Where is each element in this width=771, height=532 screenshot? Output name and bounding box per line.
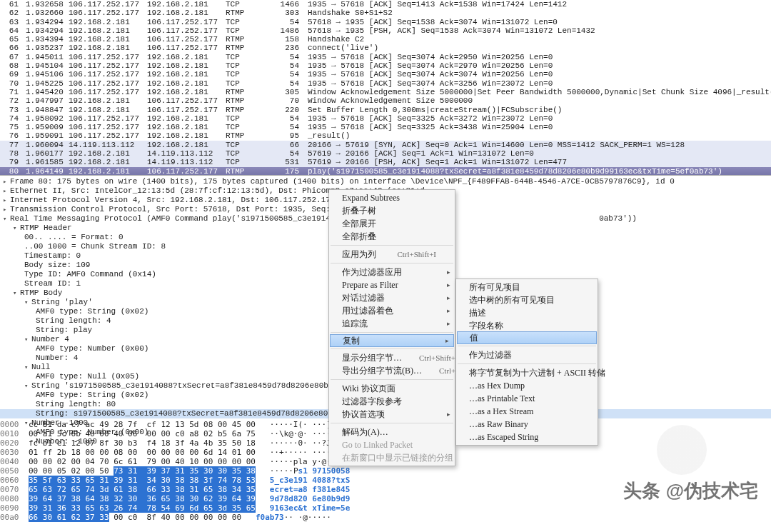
mi-copy-bytes-hex-ascii[interactable]: 将字节复制为十六进制 + ASCII 转储 [456, 366, 598, 379]
packet-row[interactable]: 661.935237192.168.2.181106.117.252.177RT… [0, 44, 771, 52]
packet-row[interactable]: 701.945225106.117.252.177192.168.2.181TC… [0, 79, 771, 88]
hex-row[interactable]: 008039 64 37 38 64 38 32 30 36 65 38 30 … [0, 494, 771, 503]
mi-copy-value[interactable]: 值 [457, 331, 597, 344]
context-menu-copy[interactable]: 所有可见项目 选中树的所有可见项目 描述 字段名称 值 作为过滤器 将字节复制为… [455, 278, 598, 446]
packet-row[interactable]: 721.947997192.168.2.181106.117.252.177RT… [0, 96, 771, 105]
mi-copy-description[interactable]: 描述 [456, 306, 598, 319]
mi-expand-all[interactable]: 全部展开 [329, 217, 455, 230]
packet-row[interactable]: 801.964149192.168.2.181106.117.252.177RT… [0, 167, 771, 175]
menu-separator [331, 263, 453, 264]
mi-colorize-with-filter[interactable]: 用过滤器着色 [329, 304, 455, 317]
packet-row[interactable]: 651.934394192.168.2.181106.117.252.177RT… [0, 35, 771, 44]
amf-type-number[interactable]: AMF0 type: Number (0x00) [36, 344, 148, 353]
null-node[interactable]: Null [31, 363, 50, 371]
hex-row[interactable]: 006035 5f 63 33 65 31 39 31 34 30 38 38 … [0, 476, 771, 485]
mi-wiki-protocol[interactable]: Wiki 协议页面 [329, 382, 455, 395]
mi-prepare-as-filter[interactable]: Prepare as Filter [329, 278, 455, 291]
packet-list[interactable]: 611.932658106.117.252.177192.168.2.181TC… [0, 0, 771, 175]
mi-show-linked-new: 在新窗口中显示已链接的分组 [329, 451, 455, 464]
packet-row[interactable]: 681.945104106.117.252.177192.168.2.181TC… [0, 61, 771, 70]
packet-row[interactable]: 641.934294192.168.2.181106.117.252.177TC… [0, 26, 771, 35]
packet-row[interactable]: 771.96009414.119.113.112192.168.2.181TCP… [0, 141, 771, 149]
rtmp-body[interactable]: RTMP Body [20, 288, 62, 297]
context-menu-main[interactable]: Expand Subtrees 折叠子树 全部展开 全部折叠 应用为列Ctrl+… [328, 189, 455, 466]
packet-row[interactable]: 631.934294192.168.2.181106.117.252.177TC… [0, 18, 771, 26]
packet-row[interactable]: 781.960177192.168.2.18114.119.113.112TCP… [0, 149, 771, 158]
packet-row[interactable]: 741.958092106.117.252.177192.168.2.181TC… [0, 114, 771, 123]
number-4[interactable]: Number 4 [31, 335, 69, 343]
rtmp-header[interactable]: RTMP Header [20, 224, 72, 232]
string-length-4[interactable]: String length: 4 [36, 316, 111, 325]
mi-copy-as-filter[interactable]: 作为过滤器 [456, 348, 598, 361]
mi-goto-linked: Go to Linked Packet [329, 438, 455, 451]
rtmp-ts[interactable]: Timestamp: 0 [24, 251, 81, 260]
mi-apply-as-filter[interactable]: 作为过滤器应用 [329, 266, 455, 278]
menu-separator [331, 332, 453, 333]
string-play-val[interactable]: String: play [36, 326, 92, 334]
string-play[interactable]: String 'play' [31, 298, 93, 306]
mi-apply-as-column[interactable]: 应用为列Ctrl+Shift+I [329, 248, 455, 261]
menu-separator [458, 346, 596, 346]
frame-summary[interactable]: Frame 80: 175 bytes on wire (1400 bits),… [10, 177, 675, 186]
mi-copy-all-visible[interactable]: 所有可见项目 [456, 281, 598, 293]
mi-copy[interactable]: 复制 [330, 334, 454, 347]
hex-row[interactable]: 005000 00 05 02 00 50 73 31 39 37 31 35 … [0, 466, 771, 476]
rtmp-csid[interactable]: ..00 1000 = Chunk Stream ID: 8 [24, 242, 166, 251]
packet-row[interactable]: 791.961585192.168.2.18114.119.113.112TCP… [0, 158, 771, 166]
mi-conversation-filter[interactable]: 对话过滤器 [329, 291, 455, 304]
mi-decode-as[interactable]: 解码为(A)… [329, 426, 455, 438]
amf-type-string2[interactable]: AMF0 type: String (0x02) [36, 391, 148, 399]
menu-separator [458, 363, 596, 364]
hex-row[interactable]: 007065 63 72 65 74 3d 61 38 66 33 38 31 … [0, 485, 771, 494]
number-neg1000[interactable]: Number -1000 [31, 418, 88, 427]
packet-row[interactable]: 611.932658106.117.252.177192.168.2.181TC… [0, 0, 771, 9]
mi-copy-fieldname[interactable]: 字段名称 [456, 319, 598, 332]
mi-copy-raw-binary[interactable]: …as Raw Binary [456, 418, 598, 431]
packet-row[interactable]: 621.932660106.117.252.177192.168.2.181RT… [0, 9, 771, 17]
number-neg1000-val[interactable]: Number: -1000 [36, 437, 97, 446]
packet-row[interactable]: 711.945420106.117.252.177192.168.2.181RT… [0, 88, 771, 96]
number-4-val[interactable]: Number: 4 [36, 353, 78, 362]
amf-type-number2[interactable]: AMF0 type: Number (0x00) [36, 428, 148, 436]
packet-row[interactable]: 761.959091106.117.252.177192.168.2.181RT… [0, 131, 771, 140]
amf-type-null[interactable]: AMF0 type: Null (0x05) [36, 372, 139, 381]
mi-expand-subtrees[interactable]: Expand Subtrees [329, 191, 455, 204]
mi-collapse-subtrees[interactable]: 折叠子树 [329, 204, 455, 217]
menu-separator [331, 348, 453, 349]
menu-separator [331, 245, 453, 246]
menu-separator [331, 423, 453, 423]
rtmp-typeid[interactable]: Type ID: AMF0 Command (0x14) [24, 270, 156, 278]
mi-copy-hex-stream[interactable]: …as a Hex Stream [456, 405, 598, 418]
hex-row[interactable]: 009039 31 36 33 65 63 26 74 78 54 69 6d … [0, 503, 771, 513]
menu-separator [331, 379, 453, 380]
ip-summary[interactable]: Internet Protocol Version 4, Src: 192.16… [10, 196, 335, 204]
packet-row[interactable]: 731.948847192.168.2.181106.117.252.177RT… [0, 106, 771, 114]
string-length-80[interactable]: String length: 80 [36, 400, 116, 408]
rtmp-format[interactable]: 00.. .... = Format: 0 [24, 233, 124, 241]
mi-collapse-all[interactable]: 全部折叠 [329, 230, 455, 243]
mi-show-packet-bytes[interactable]: 显示分组字节…Ctrl+Shift+O [329, 351, 455, 364]
mi-copy-printable-text[interactable]: …as Printable Text [456, 392, 598, 405]
mi-filter-field-reference[interactable]: 过滤器字段参考 [329, 395, 455, 408]
amf-type-string[interactable]: AMF0 type: String (0x02) [36, 307, 148, 316]
rtmp-streamid[interactable]: Stream ID: 1 [24, 279, 81, 288]
packet-row[interactable]: 671.945011106.117.252.177192.168.2.181TC… [0, 53, 771, 61]
rtmp-bodysize[interactable]: Body size: 109 [24, 261, 90, 269]
mi-export-packet-bytes[interactable]: 导出分组字节流(B)…Ctrl+Shift+X [329, 364, 455, 377]
mi-copy-escaped-string[interactable]: …as Escaped String [456, 431, 598, 443]
packet-row[interactable]: 751.959009106.117.252.177192.168.2.181TC… [0, 123, 771, 131]
mi-protocol-preferences[interactable]: 协议首选项 [329, 408, 455, 421]
packet-row[interactable]: 691.945106106.117.252.177192.168.2.181TC… [0, 70, 771, 79]
mi-copy-selected-visible[interactable]: 选中树的所有可见项目 [456, 293, 598, 306]
mi-copy-hex-dump[interactable]: …as Hex Dump [456, 379, 598, 392]
hex-row[interactable]: 00a066 30 61 62 37 33 00 c0 8f 40 00 00 … [0, 513, 771, 522]
mi-follow[interactable]: 追踪流 [329, 317, 455, 330]
